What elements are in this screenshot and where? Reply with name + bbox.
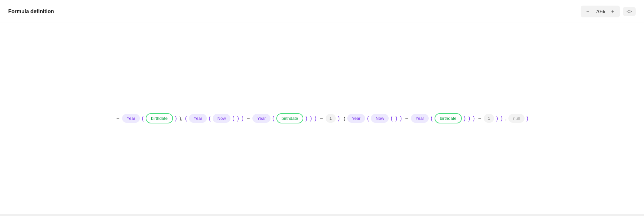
header: Formula definition − 70% + <>: [0, 0, 644, 23]
now-token-2[interactable]: Now: [371, 114, 389, 123]
number-token-2[interactable]: 1: [484, 114, 494, 123]
paren-close-12: ): [472, 115, 476, 122]
paren-close-14: ): [500, 115, 503, 122]
birthdate-token-3[interactable]: birthdate: [435, 113, 462, 123]
comma-1: ),: [179, 116, 183, 121]
paren-close-7: ): [337, 115, 340, 122]
null-token[interactable]: null: [508, 114, 524, 123]
paren-close-11: ): [468, 115, 471, 122]
year-token-2[interactable]: Year: [189, 114, 207, 123]
bottom-bar: [0, 214, 644, 216]
paren-close-3: ): [241, 115, 244, 122]
number-token-1[interactable]: 1: [326, 114, 336, 123]
paren-close-10: ): [463, 115, 466, 122]
birthdate-token-1[interactable]: birthdate: [146, 113, 173, 123]
paren-close-1: ): [174, 115, 178, 122]
paren-close-2: ): [236, 115, 240, 122]
comma-2: ,(: [342, 116, 346, 121]
paren-open-4: (: [232, 115, 235, 122]
paren-open-5: (: [272, 115, 275, 122]
year-token-1[interactable]: Year: [122, 114, 140, 123]
year-token-5[interactable]: Year: [411, 114, 429, 123]
paren-close-9: ): [399, 115, 402, 122]
birthdate-token-2[interactable]: birthdate: [276, 113, 304, 123]
paren-open-8: (: [430, 115, 433, 122]
paren-open-6: (: [366, 115, 370, 122]
zoom-value: 70%: [594, 9, 606, 14]
formula-row: − Year ( birthdate ) ), ( Year ( Now ( )…: [115, 113, 529, 123]
paren-open-7: (: [390, 115, 393, 122]
paren-open-3: (: [208, 115, 211, 122]
paren-close-13: ): [495, 115, 499, 122]
now-token-1[interactable]: Now: [213, 114, 230, 123]
paren-close-5: ): [309, 115, 312, 122]
paren-close-15: ): [526, 115, 529, 122]
paren-close-6: ): [314, 115, 317, 122]
paren-open-2: (: [184, 115, 188, 122]
year-token-3[interactable]: Year: [252, 114, 270, 123]
paren-close-8: ): [395, 115, 398, 122]
operator-minus-3: −: [318, 116, 324, 121]
zoom-increase-button[interactable]: +: [609, 8, 617, 15]
code-view-button[interactable]: <>: [623, 7, 636, 16]
operator-minus-1: −: [115, 116, 120, 121]
main-container: Formula definition − 70% + <> − Year ( b…: [0, 0, 644, 216]
operator-minus-4: −: [404, 116, 409, 121]
page-title: Formula definition: [8, 9, 54, 14]
paren-close-4: ): [305, 115, 308, 122]
formula-area: − Year ( birthdate ) ), ( Year ( Now ( )…: [0, 23, 644, 214]
paren-open-1: (: [141, 115, 144, 122]
comma-3: ,: [504, 116, 507, 121]
operator-minus-5: −: [477, 116, 483, 121]
operator-minus-2: −: [246, 116, 251, 121]
year-token-4[interactable]: Year: [347, 114, 365, 123]
header-controls: − 70% + <>: [581, 6, 636, 17]
zoom-control: − 70% +: [581, 6, 620, 17]
zoom-decrease-button[interactable]: −: [584, 8, 592, 15]
